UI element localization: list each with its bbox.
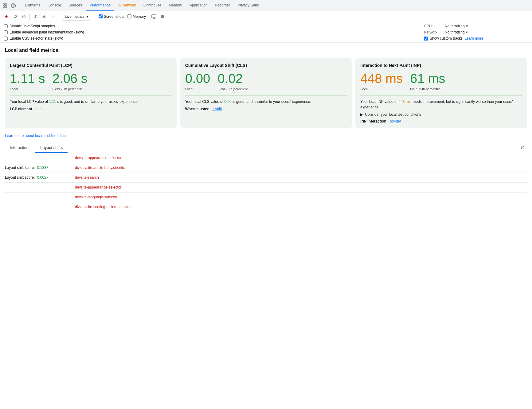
- record-button[interactable]: ●: [2, 13, 10, 21]
- inp-field-label: Field 75th percentile: [410, 87, 445, 92]
- memory-checkbox-label[interactable]: Memory: [127, 14, 146, 19]
- section-title: Local and field metrics: [5, 48, 527, 53]
- cls-local-group: 0.00 Local: [185, 72, 210, 92]
- tab-network[interactable]: ⚠ ⚠ NetworkNetwork: [114, 0, 140, 11]
- tab-privacy[interactable]: Privacy Sand: [234, 0, 263, 11]
- cls-description: Your local CLS value of 0.00 is good, an…: [185, 99, 347, 104]
- inspect-icon[interactable]: [1, 2, 9, 9]
- tab-sources[interactable]: Sources: [65, 0, 86, 11]
- upload-button[interactable]: [32, 13, 40, 21]
- cls-cluster-label: Worst cluster: [185, 107, 209, 111]
- enable-css-checkbox[interactable]: [4, 37, 8, 41]
- shift-score-1: 0.1837: [37, 166, 49, 170]
- cpu-dropdown-arrow: ▾: [466, 24, 468, 28]
- memory-checkbox[interactable]: [127, 14, 131, 18]
- inp-card: Interaction to Next Paint (INP) 448 ms L…: [355, 58, 527, 128]
- learn-more-link[interactable]: Learn more about local and field data: [5, 134, 66, 138]
- disable-js-setting[interactable]: Disable JavaScript samples: [4, 24, 424, 28]
- cls-card-title: Cumulative Layout Shift (CLS): [185, 63, 347, 68]
- lcp-divider: [10, 95, 172, 96]
- svg-rect-0: [3, 4, 5, 5]
- filter-icon[interactable]: ⊘: [521, 145, 525, 150]
- tab-lighthouse[interactable]: Lighthouse: [140, 0, 165, 11]
- toolbar-divider-1: [29, 14, 30, 20]
- main-content: Local and field metrics Largest Contentf…: [0, 43, 532, 217]
- cpu-dropdown[interactable]: No throttling ▾: [445, 24, 468, 28]
- disable-js-checkbox[interactable]: [4, 24, 8, 28]
- inp-local-group: 448 ms Local: [360, 72, 403, 92]
- enable-css-setting[interactable]: Enable CSS selector stats (slow): [4, 36, 424, 41]
- lcp-local-label: Local: [10, 87, 45, 92]
- shift-element-3[interactable]: devsite-appearance-selector: [75, 185, 121, 189]
- lcp-element-value[interactable]: img: [36, 107, 41, 111]
- download-button[interactable]: [40, 13, 48, 21]
- bottom-tabs: Interactions Layout shifts ⊘: [5, 143, 527, 153]
- lcp-field-group: 2.06 s Field 75th percentile: [52, 72, 87, 92]
- list-item: Layout shift score: 0.1837 div.devsite-a…: [5, 163, 527, 173]
- tab-layout-shifts[interactable]: Layout shifts: [35, 143, 68, 153]
- screenshots-checkbox[interactable]: [99, 14, 103, 18]
- enable-paint-checkbox[interactable]: [4, 30, 8, 34]
- shift-element-1[interactable]: div.devsite-article-body.clearfix: [75, 166, 125, 170]
- svg-rect-1: [5, 4, 7, 5]
- shift-element-2[interactable]: devsite-search: [75, 175, 99, 180]
- metrics-label: Live metrics: [65, 14, 84, 19]
- list-item: Layout shift score: 0.0027 devsite-searc…: [5, 173, 527, 183]
- lcp-desc-suffix: is good, and is similar to your users' e…: [59, 99, 139, 104]
- tab-elements[interactable]: Elements: [21, 0, 44, 11]
- custom-tracks-learn-more[interactable]: Learn more: [464, 36, 483, 41]
- shift-element-0[interactable]: devsite-appearance-selector: [75, 156, 121, 160]
- list-item: devsite-appearance-selector: [5, 183, 527, 193]
- cls-cluster-row: Worst cluster 1 shift: [185, 107, 347, 111]
- cls-field-value: 0.02: [217, 72, 248, 86]
- inp-local-value: 448 ms: [360, 72, 403, 86]
- svg-rect-3: [5, 6, 7, 7]
- cls-divider: [185, 95, 347, 96]
- clear-button[interactable]: ⊘: [20, 13, 28, 21]
- shift-element-5[interactable]: div.devsite-floating-action-buttons: [75, 205, 130, 209]
- collapse-arrow-icon: ▶: [360, 112, 363, 117]
- home-button[interactable]: ⌂: [49, 13, 57, 21]
- screenshots-mode-button[interactable]: [150, 13, 158, 21]
- inp-interaction-label: INP interaction: [360, 119, 386, 123]
- tab-interactions[interactable]: Interactions: [5, 143, 35, 153]
- memory-label: Memory: [133, 14, 146, 19]
- inp-consider-row[interactable]: ▶ Consider your local test conditions: [360, 112, 522, 117]
- tab-application[interactable]: Application: [186, 0, 211, 11]
- cls-cluster-value[interactable]: 1 shift: [212, 107, 222, 111]
- cls-field-label: Field 75th percentile: [217, 87, 248, 92]
- svg-rect-2: [3, 6, 5, 7]
- svg-rect-5: [14, 5, 15, 7]
- inp-field-value: 61 ms: [410, 72, 445, 86]
- metrics-dropdown[interactable]: Live metrics ▾: [62, 13, 91, 21]
- toolbar: ● ↺ ⊘ ⌂ Live metrics ▾ Screenshots Memor…: [0, 11, 532, 22]
- tab-recorder[interactable]: Recorder: [211, 0, 234, 11]
- inp-interaction-value[interactable]: pointer: [390, 119, 401, 123]
- reload-button[interactable]: ↺: [11, 13, 19, 21]
- cls-local-label: Local: [185, 87, 210, 92]
- network-value: No throttling: [445, 30, 465, 34]
- custom-tracks-label[interactable]: Show custom tracks: [424, 36, 463, 41]
- inp-field-group: 61 ms Field 75th percentile: [410, 72, 445, 92]
- toolbar-divider-2: [59, 14, 59, 20]
- screenshots-checkbox-label[interactable]: Screenshots: [99, 14, 124, 19]
- tab-memory[interactable]: Memory: [165, 0, 186, 11]
- lcp-field-value: 2.06 s: [52, 72, 87, 86]
- custom-tracks-checkbox[interactable]: [424, 37, 428, 41]
- network-dropdown[interactable]: No throttling ▾: [445, 30, 468, 34]
- device-mode-icon[interactable]: [10, 2, 17, 9]
- shift-element-4[interactable]: devsite-language-selector: [75, 195, 117, 199]
- disable-js-label: Disable JavaScript samples: [10, 24, 55, 28]
- lcp-desc-prefix: Your local LCP value of: [10, 99, 49, 104]
- cls-field-group: 0.02 Field 75th percentile: [217, 72, 248, 92]
- more-button[interactable]: [158, 13, 166, 21]
- network-dropdown-arrow: ▾: [466, 30, 468, 34]
- inp-card-title: Interaction to Next Paint (INP): [360, 63, 522, 68]
- settings-right: CPU: No throttling ▾ Network: No throttl…: [424, 24, 528, 41]
- svg-rect-6: [152, 15, 156, 18]
- tab-performance[interactable]: Performance: [86, 0, 114, 11]
- enable-paint-setting[interactable]: Enable advanced paint instrumentation (s…: [4, 30, 424, 34]
- tab-console[interactable]: Console: [44, 0, 65, 11]
- cpu-label: CPU:: [424, 24, 442, 28]
- lcp-element-row: LCP element img: [10, 107, 172, 111]
